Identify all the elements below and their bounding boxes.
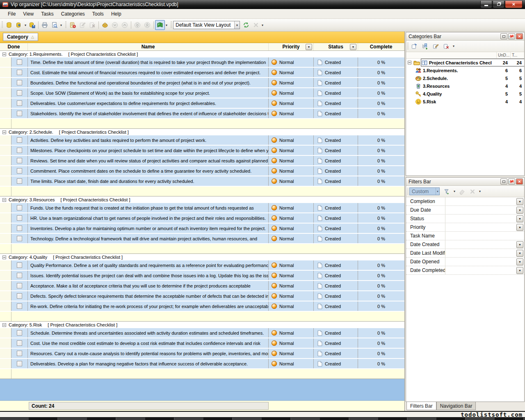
done-checkbox[interactable]	[17, 100, 22, 106]
new-database-button[interactable]	[4, 20, 14, 30]
done-checkbox[interactable]	[17, 158, 22, 163]
apply-filter-caret[interactable]: ▾	[453, 189, 456, 193]
done-checkbox[interactable]	[17, 90, 22, 96]
print-preview-button[interactable]	[50, 20, 59, 30]
task-row[interactable]: Activities. Define key activities and ta…	[0, 135, 404, 146]
task-row[interactable]: Time limits. Place start date, finish da…	[0, 176, 404, 187]
menu-item-file[interactable]: File	[4, 9, 19, 18]
dock-tab-filters-bar[interactable]: Filters Bar	[406, 402, 436, 410]
done-checkbox[interactable]	[17, 330, 22, 336]
done-checkbox[interactable]	[17, 168, 22, 173]
task-row[interactable]: Issues. Identify potential issues the pr…	[0, 271, 404, 281]
filter-value[interactable]	[445, 240, 516, 249]
task-row[interactable]: Reviews. Set time and date when you will…	[0, 156, 404, 166]
done-checkbox[interactable]	[17, 59, 22, 65]
task-row[interactable]: Boundaries. Define the functional and op…	[0, 78, 404, 88]
categories-toolbar-caret[interactable]: ▾	[452, 44, 455, 48]
new-list-button[interactable]	[409, 42, 419, 51]
task-row[interactable]: Stakeholders. Identify the level of stak…	[0, 109, 404, 119]
group-by-category-button[interactable]: Category △	[3, 33, 38, 41]
collapse-icon[interactable]	[2, 198, 6, 202]
filter-dropdown-button[interactable]: ▼	[516, 267, 523, 274]
delete-filter-button[interactable]	[468, 187, 477, 196]
apply-layout-button[interactable]	[241, 20, 251, 30]
collapse-icon[interactable]	[2, 52, 6, 56]
menu-item-tasks[interactable]: Tasks	[37, 9, 57, 18]
menu-item-view[interactable]: View	[19, 9, 37, 18]
task-view-button[interactable]	[155, 20, 165, 30]
filter-dropdown-button[interactable]: ▼	[516, 224, 523, 231]
done-checkbox[interactable]	[17, 226, 22, 231]
tree-column-total[interactable]: T...	[510, 52, 524, 58]
done-checkbox[interactable]	[17, 111, 22, 116]
task-row[interactable]: Re-work. Define criteria for initiating …	[0, 301, 404, 312]
move-up-button[interactable]	[120, 20, 130, 30]
task-row[interactable]: Cost. Estimate the total amount of finan…	[0, 68, 404, 78]
filter-value[interactable]	[445, 258, 516, 266]
done-checkbox[interactable]	[17, 215, 22, 221]
task-row[interactable]: Resources. Carry out a route-cause analy…	[0, 349, 404, 359]
task-row[interactable]: Deliverables. Develop a plan for managin…	[0, 359, 404, 369]
save-database-button[interactable]	[27, 20, 37, 30]
task-row[interactable]: HR. Use a team organizational chart to g…	[0, 213, 404, 224]
task-row[interactable]: Inventories. Develop a plan for maintain…	[0, 224, 404, 234]
open-database-caret[interactable]: ▾	[24, 23, 27, 27]
tree-category-item[interactable]: 4.Quality 5 5	[406, 90, 524, 98]
column-header-complete[interactable]: Complete	[358, 43, 404, 50]
filter-value[interactable]	[445, 266, 516, 274]
collapse-icon[interactable]	[2, 256, 6, 259]
priority-filter-button[interactable]: ▼	[306, 44, 312, 50]
apply-filter-button[interactable]	[442, 187, 452, 196]
category-group-row[interactable]: Category: 2.Schedule. [ Project Characte…	[0, 129, 404, 135]
task-row[interactable]: Time. Define the total amount of time (o…	[0, 57, 404, 68]
filter-dropdown-button[interactable]: ▼	[516, 241, 523, 248]
category-group-row[interactable]: Category: 1.Requirements. [ Project Char…	[0, 51, 404, 57]
delete-category-button[interactable]	[441, 42, 451, 51]
done-checkbox[interactable]	[17, 178, 22, 184]
task-row[interactable]: Milestones. Place checkpoints on your pr…	[0, 146, 404, 156]
layout-combo-arrow[interactable]: ▼	[234, 21, 240, 29]
task-row[interactable]: Technology. Define a technological frame…	[0, 234, 404, 244]
done-checkbox[interactable]	[17, 273, 22, 278]
categories-pin-button[interactable]: 📌	[508, 33, 515, 39]
done-checkbox[interactable]	[17, 283, 22, 288]
collapse-icon[interactable]	[2, 130, 6, 134]
add-task-button[interactable]	[68, 20, 78, 30]
filter-dropdown-button[interactable]: ▼	[516, 258, 523, 265]
done-checkbox[interactable]	[17, 361, 22, 366]
print-caret[interactable]: ▾	[59, 23, 63, 27]
status-filter-button[interactable]: ▼	[350, 44, 356, 50]
done-checkbox[interactable]	[17, 262, 22, 268]
move-down-button[interactable]	[110, 20, 120, 30]
categories-restore-button[interactable]	[500, 33, 507, 39]
done-checkbox[interactable]	[17, 293, 22, 299]
delete-task-button[interactable]	[87, 20, 97, 30]
filters-restore-button[interactable]	[500, 178, 507, 185]
column-header-done[interactable]: Done	[0, 43, 28, 50]
filter-dropdown-button[interactable]: ▼	[516, 198, 523, 205]
move-top-button[interactable]	[142, 20, 152, 30]
filter-value[interactable]	[445, 215, 516, 223]
task-row[interactable]: Schedule. Determine threats and uncertai…	[0, 328, 404, 338]
tree-column-undone[interactable]: UnD...	[496, 52, 510, 58]
filter-dropdown-button[interactable]: ▼	[516, 250, 523, 257]
task-row[interactable]: Scope. Use SOW (Statement of Work) as th…	[0, 88, 404, 98]
tree-category-item[interactable]: 3.Resources 4 4	[406, 82, 524, 90]
task-row[interactable]: Cost. Use the most credible cost estimat…	[0, 338, 404, 349]
collapse-icon[interactable]	[2, 323, 6, 327]
category-group-row[interactable]: Category: 5.Risk [ Project Characteristi…	[0, 322, 404, 328]
task-view-caret[interactable]: ▾	[165, 23, 168, 27]
filters-close-button[interactable]: ✕	[516, 178, 523, 185]
edit-category-button[interactable]	[431, 42, 441, 51]
task-row[interactable]: Deliverables. Use customer/user expectat…	[0, 98, 404, 109]
filters-toolbar-caret[interactable]: ▾	[478, 189, 482, 193]
delete-layout-button[interactable]	[251, 20, 261, 30]
task-row[interactable]: Defects. Specify defect tolerance requir…	[0, 291, 404, 301]
filter-dropdown-button[interactable]: ▼	[516, 215, 523, 222]
close-button[interactable]: ✕	[505, 1, 523, 8]
column-header-name[interactable]: Name	[28, 43, 269, 50]
filter-value[interactable]	[445, 249, 516, 257]
done-checkbox[interactable]	[17, 137, 22, 143]
tree-category-item[interactable]: 2.Schedule. 5 5	[406, 74, 524, 82]
task-row[interactable]: Acceptance. Make a list of acceptance cr…	[0, 281, 404, 291]
